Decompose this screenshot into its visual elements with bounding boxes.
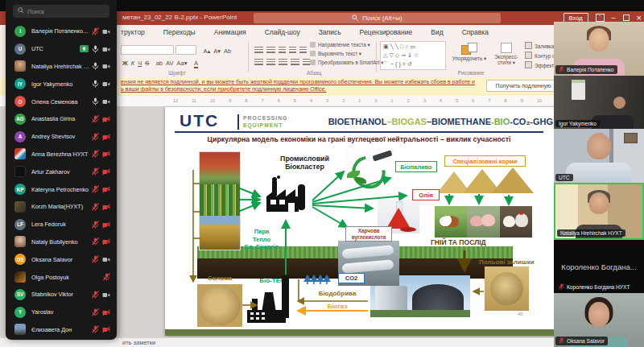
italic-button[interactable]: К [131,60,134,67]
font-controls-row2[interactable]: ЖКЧS abAVAa▾ А [121,54,200,68]
bullets-icon[interactable] [254,47,263,54]
mic-muted-icon [92,147,99,161]
feed-piles-photo [437,167,532,193]
slide-canvas[interactable]: UTC PROCESSING EQUIPMENT BIOETHANOL–BIOG… [165,107,559,336]
video-tile[interactable]: Oksana Salavor [554,293,644,347]
mic-icon [92,59,99,73]
participant-row[interactable]: Nataly Bubliyenko [6,233,117,251]
participant-row[interactable]: OОлена Семенова [6,93,117,110]
participant-row[interactable]: KPKateryna Petrochenko [6,180,117,198]
shadow-button[interactable]: ab [156,60,163,67]
ribbon-tab-Справка[interactable]: Справка [462,28,489,36]
participant-avatar: OS [14,254,26,265]
align-center-icon[interactable] [266,59,275,66]
participant-name: Валерія Потапенко (Организатор, я) [31,27,89,35]
participant-row[interactable]: Korzh Mariia(НУХТ) [6,198,117,216]
participant-row[interactable]: IВалерія Потапенко (Организатор, я) [6,23,117,40]
ribbon-tab-Анимация[interactable]: Анимация [214,28,246,36]
participant-name: Artur Zakharov [31,168,89,176]
participant-row[interactable]: AAndrey Shevtsov [6,128,117,146]
ribbon-tab-Вид[interactable]: Вид [431,28,443,36]
align-left-icon[interactable] [254,59,263,66]
title-part: -BIO [491,117,510,126]
font-size-dropdown[interactable] [175,45,196,55]
participant-status-icons [92,322,110,337]
license-warning-text-1[interactable]: ензия не является подлинной, и вы можете… [121,79,475,85]
participant-row[interactable]: OSOksana Salavor [6,250,117,268]
participant-row[interactable]: UUTC [6,40,117,58]
ribbon-tab-Запись[interactable]: Запись [319,28,341,36]
ribbon-tab-Переходы[interactable]: Переходы [163,28,196,36]
drawing-group-label: Рисование [439,70,503,76]
video-tile[interactable]: Igor Yakymenko [554,76,644,130]
indent-increase-icon[interactable] [289,47,296,54]
columns-icon[interactable] [303,59,310,66]
video-tile[interactable]: Короленко Богдана...Короленко Богдана НУ… [554,240,644,294]
clear-format-icon[interactable]: Ab [224,48,231,55]
participant-row[interactable]: SVStabnikov Viktor [6,286,117,304]
decrease-font-icon[interactable]: A▾ [213,48,221,55]
ruler-number: 2 [342,98,345,103]
ribbon-tab-Слайд-шоу[interactable]: Слайд-шоу [265,28,300,36]
effects-icon [525,61,532,68]
arrange-button[interactable]: Упорядочить ▾ [451,43,488,61]
paragraph-button-0[interactable]: Направление текста ▾ [310,42,370,48]
paragraph-button-2[interactable]: Преобразовать в SmartArt ▾ [310,60,383,65]
get-genuine-office-button[interactable]: Получить подлинную [486,80,560,92]
camera-off-icon [102,112,110,126]
numbering-icon[interactable] [266,47,275,54]
case-button[interactable]: Aa▾ [176,60,187,67]
bold-button[interactable]: Ж [122,60,128,67]
license-warning-text-2[interactable]: ь ваши файлы в безопасности, если приобр… [121,86,326,92]
participant-row[interactable]: IYIgor Yakymenko [6,75,117,93]
underline-button[interactable]: Ч [138,60,142,67]
ruler-number: 7 [261,98,263,103]
justify-icon[interactable] [291,59,299,66]
participants-search-input[interactable]: Поиск [13,5,109,18]
ruler-number: 7 [488,98,490,103]
ruler-number: 8 [245,98,247,103]
participant-row[interactable]: Nataliya Hrehirchak НУХТ [6,58,117,76]
participant-row[interactable]: AGAnastasiia Girina [6,110,117,128]
slide-page-number: 40 [518,312,523,316]
screen: метан_23_02_22 В-2.pptx - PowerPoint Пои… [0,0,644,347]
quick-styles-label-2: стили [497,60,511,65]
participant-row[interactable]: Anna Berezhna НУХТ [6,146,117,163]
spacing-button[interactable]: AV [166,60,173,67]
participant-row[interactable]: YYaroslav [6,304,117,321]
ribbon-tab-Рецензирование[interactable]: Рецензирование [360,28,413,36]
mic-muted-icon [92,322,99,337]
quick-styles-button[interactable]: Экспресс- стили ▾ [489,43,523,65]
shapes-gallery[interactable]: ▣╲╲□○▭△▽◇⇒⇓☆⌒~{}=↺ [380,41,446,70]
plant-grass [370,310,470,317]
font-name-dropdown[interactable] [121,45,174,55]
participant-row[interactable]: Artur Zakharov [6,163,117,180]
participant-row[interactable]: Olga Postoyuk [6,268,117,286]
video-tile[interactable]: Nataliya Hrehirchak НУХТ [554,183,644,240]
paragraph-icons-row2[interactable] [253,55,312,69]
notes-button[interactable]: ить заметки [122,339,155,346]
label-industrial-biocluster: Промисловий Біокластер [258,155,351,171]
arrange-label: Упорядочить [452,56,482,61]
ribbon-search-box[interactable]: Поиск (Alt+ы) [254,13,501,23]
camera-icon [102,24,110,39]
ruler-number: 6 [278,98,280,103]
header-rule [175,131,543,133]
ribbon-tab-труктор[interactable]: труктор [121,28,145,36]
participant-row[interactable]: LFLera Fedoruk [6,216,117,233]
restore-button[interactable] [623,14,630,21]
pigs-photo [467,206,499,238]
paragraph-button-1[interactable]: Выровнять текст ▾ [310,51,361,56]
utc-logo: UTC [180,111,219,130]
participant-row[interactable]: Єлизавета Дон [6,321,117,339]
line-spacing-icon[interactable] [299,47,307,54]
video-tile[interactable]: UTC [554,129,644,183]
font-color-button[interactable]: А [194,60,198,68]
ribbon-display-options-button[interactable]: ˆ [596,14,605,22]
increase-font-icon[interactable]: A▴ [203,48,210,55]
cow [440,216,459,227]
strike-button[interactable]: S [145,60,149,67]
video-tile[interactable]: Валерія Потапенко [554,22,644,76]
align-right-icon[interactable] [279,59,287,66]
indent-decrease-icon[interactable] [279,47,286,54]
